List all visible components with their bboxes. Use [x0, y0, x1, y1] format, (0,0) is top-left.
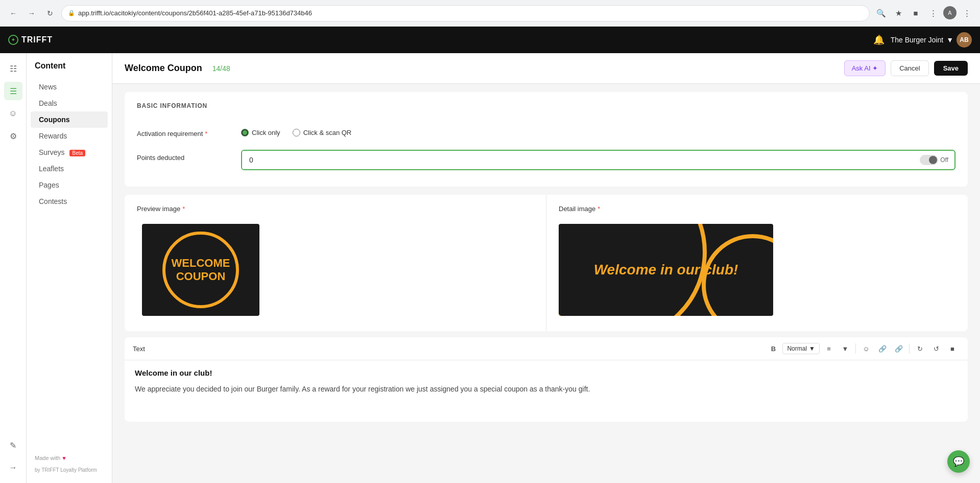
profile-avatar[interactable]: A: [943, 6, 957, 19]
points-row: Points deducted Off: [137, 144, 955, 176]
icon-sidebar: ☷ ☰ ☺ ⚙ ✎ →: [0, 53, 27, 483]
sidebar-item-news[interactable]: News: [31, 79, 108, 95]
top-nav-right: 🔔 The Burger Joint ▼ AB: [873, 32, 972, 48]
sidebar-title: Content: [27, 61, 112, 79]
forward-button[interactable]: →: [25, 6, 39, 20]
bookmark-button[interactable]: ★: [891, 6, 905, 20]
chevron-down-icon: ▼: [946, 36, 953, 44]
sidebar-item-surveys[interactable]: Surveys Beta: [31, 144, 108, 160]
radio-click-only-input[interactable]: [241, 129, 249, 136]
preview-image-preview[interactable]: WELCOME COUPON: [137, 219, 265, 321]
more-button[interactable]: ⋮: [960, 6, 974, 20]
account-switcher[interactable]: The Burger Joint ▼ AB: [891, 32, 972, 48]
toolbar-divider-2: [909, 343, 910, 354]
main-layout: ☷ ☰ ☺ ⚙ ✎ → Content News Deals Coupons R…: [0, 53, 980, 483]
coupon-circle: WELCOME COUPON: [162, 232, 239, 308]
text-sidebar: Content News Deals Coupons Rewards Surve…: [27, 53, 112, 483]
notification-bell-icon[interactable]: 🔔: [873, 34, 885, 45]
security-icon: 🔒: [68, 10, 75, 16]
redo-button[interactable]: ↺: [929, 341, 943, 356]
sidebar-item-rewards[interactable]: Rewards: [31, 128, 108, 144]
url-text: app.trifft.io/cacitokiy/content/coupons/…: [78, 9, 312, 17]
radio-group: Click only Click & scan QR: [241, 126, 955, 136]
detail-image-preview[interactable]: Welcome in our club!: [559, 219, 773, 321]
radio-click-scan[interactable]: Click & scan QR: [293, 129, 352, 136]
editor-content[interactable]: Welcome in our club! We appreciate you d…: [125, 360, 968, 422]
sidebar-item-deals[interactable]: Deals: [31, 95, 108, 111]
save-button[interactable]: Save: [934, 61, 968, 76]
activation-row: Activation requirement * Click only Clic…: [137, 120, 955, 144]
chat-icon: 💬: [953, 456, 964, 467]
sidebar-icon-stats[interactable]: ✎: [4, 436, 22, 454]
app-container: ✦ TRIFFT 🔔 The Burger Joint ▼ AB ☷ ☰ ☺ ⚙: [0, 27, 980, 483]
heart-icon: ♥: [62, 455, 66, 461]
points-input[interactable]: [242, 151, 914, 169]
menu-button[interactable]: ⋮: [926, 6, 940, 20]
welcome-coupon-image: WELCOME COUPON: [142, 224, 259, 316]
activation-label: Activation requirement *: [137, 126, 229, 137]
list-dropdown-button[interactable]: ▼: [838, 341, 852, 356]
page-counter: 14/48: [212, 64, 230, 73]
page-header-left: Welcome Coupon 14/48: [125, 63, 230, 74]
chevron-down-icon: ▼: [809, 345, 815, 352]
sidebar-item-contests[interactable]: Contests: [31, 193, 108, 210]
format-select[interactable]: Normal ▼: [782, 343, 820, 354]
icon-sidebar-bottom: ✎ →: [4, 432, 22, 477]
extensions-button[interactable]: ■: [909, 6, 923, 20]
logo-icon: ✦: [8, 35, 18, 45]
sidebar-icon-collapse[interactable]: →: [4, 458, 22, 477]
radio-click-scan-input[interactable]: [293, 129, 300, 136]
basic-info-section: BASIC INFORMATION Activation requirement…: [125, 92, 968, 187]
logo-text: TRIFFT: [21, 35, 53, 44]
required-star: *: [205, 130, 207, 137]
images-row: Preview image * WELCOME COUPON: [125, 195, 968, 331]
text-editor-label: Text: [133, 345, 145, 353]
account-avatar: AB: [957, 32, 972, 48]
cancel-button[interactable]: Cancel: [891, 60, 928, 76]
sidebar-footer: Made with ♥: [27, 449, 112, 467]
bold-button[interactable]: B: [766, 341, 780, 356]
top-nav: ✦ TRIFFT 🔔 The Burger Joint ▼ AB: [0, 27, 980, 53]
page-header: Welcome Coupon 14/48 Ask AI ✦ Cancel Sav…: [112, 53, 980, 84]
editor-body: We appreciate you decided to join our Bu…: [135, 383, 958, 395]
toggle-track[interactable]: [920, 155, 938, 165]
editor-heading: Welcome in our club!: [135, 369, 958, 377]
sidebar-icon-grid[interactable]: ☷: [4, 59, 22, 78]
toggle-switch[interactable]: Off: [914, 155, 954, 165]
activation-control: Click only Click & scan QR: [241, 126, 955, 136]
link-button[interactable]: 🔗: [875, 341, 890, 356]
sidebar-item-pages[interactable]: Pages: [31, 177, 108, 193]
url-bar[interactable]: 🔒 app.trifft.io/cacitokiy/content/coupon…: [61, 5, 870, 21]
sidebar-item-coupons[interactable]: Coupons: [31, 111, 108, 128]
points-input-wrapper: Off: [241, 150, 955, 170]
sidebar-item-leaflets[interactable]: Leaflets: [31, 160, 108, 177]
editor-toolbar: Text B Normal ▼ ≡ ▼ ☺ 🔗 🔗 ↻: [125, 337, 968, 360]
detail-image-section: Detail image * Welcome in our club!: [546, 195, 968, 331]
back-button[interactable]: ←: [6, 6, 20, 20]
trifft-logo: ✦ TRIFFT: [8, 35, 53, 45]
sidebar-icon-content[interactable]: ☰: [4, 82, 22, 100]
radio-click-only[interactable]: Click only: [241, 129, 280, 136]
unlink-button[interactable]: 🔗: [892, 341, 906, 356]
image-insert-button[interactable]: ■: [945, 341, 960, 356]
footer-platform-text: by TRIFFT Loyalty Platform: [27, 467, 112, 475]
preview-image-label: Preview image *: [137, 205, 534, 213]
emoji-button[interactable]: ☺: [859, 341, 873, 356]
browser-chrome: ← → ↻ 🔒 app.trifft.io/cacitokiy/content/…: [0, 0, 980, 27]
section-title: BASIC INFORMATION: [137, 102, 955, 109]
page-title: Welcome Coupon: [125, 63, 202, 74]
list-button[interactable]: ≡: [822, 341, 836, 356]
club-text: Welcome in our club!: [594, 262, 738, 278]
page-header-actions: Ask AI ✦ Cancel Save: [844, 60, 968, 76]
ask-ai-button[interactable]: Ask AI ✦: [844, 60, 886, 76]
sidebar-icon-settings[interactable]: ⚙: [4, 127, 22, 145]
chat-fab-button[interactable]: 💬: [947, 450, 970, 473]
undo-button[interactable]: ↻: [913, 341, 927, 356]
search-button[interactable]: 🔍: [874, 6, 888, 20]
preview-image-section: Preview image * WELCOME COUPON: [125, 195, 546, 331]
sidebar-icon-emoji[interactable]: ☺: [4, 104, 22, 123]
points-control: Off: [241, 150, 955, 170]
content-area: Welcome Coupon 14/48 Ask AI ✦ Cancel Sav…: [112, 53, 980, 483]
beta-badge: Beta: [69, 150, 85, 156]
refresh-button[interactable]: ↻: [43, 6, 57, 20]
